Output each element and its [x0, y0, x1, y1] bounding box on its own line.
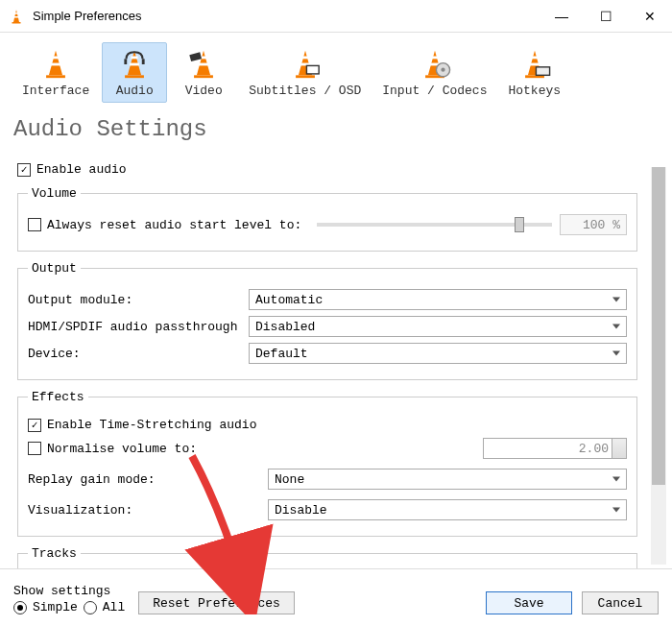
show-settings-caption: Show settings: [13, 584, 125, 598]
svg-rect-7: [46, 75, 65, 78]
vertical-scrollbar[interactable]: [651, 167, 666, 565]
svg-rect-13: [142, 59, 145, 64]
category-tabs: Interface Audio Video Subtitles / OSD In…: [0, 33, 672, 108]
viz-label: Visualization:: [28, 503, 268, 518]
tab-hotkeys[interactable]: Hotkeys: [499, 42, 569, 103]
svg-rect-1: [15, 12, 18, 14]
tab-input-codecs[interactable]: Input / Codecs: [373, 42, 495, 103]
cone-icon: [38, 47, 73, 82]
vlc-cone-icon: [8, 8, 25, 25]
start-level-value: 100 %: [560, 214, 627, 235]
tab-video[interactable]: Video: [171, 42, 236, 103]
tab-label: Input / Codecs: [382, 84, 487, 98]
titlebar: Simple Preferences — ☐ ✕: [0, 0, 672, 33]
svg-rect-9: [132, 57, 138, 60]
svg-rect-25: [431, 57, 438, 60]
tracks-legend: Tracks: [28, 546, 81, 561]
show-settings-group: Show settings Simple All: [13, 584, 125, 614]
window-title: Simple Preferences: [33, 9, 540, 23]
svg-rect-18: [190, 52, 203, 61]
output-module-select[interactable]: Automatic: [249, 289, 627, 310]
replay-gain-select[interactable]: None: [268, 469, 627, 490]
device-select[interactable]: Default: [249, 343, 627, 364]
svg-rect-3: [12, 22, 21, 24]
volume-group: Volume Always reset audio start level to…: [17, 186, 637, 252]
svg-rect-10: [130, 63, 139, 66]
tab-label: Hotkeys: [508, 84, 561, 98]
enable-audio-label: Enable audio: [36, 162, 127, 177]
start-level-slider[interactable]: [317, 223, 552, 227]
svg-rect-6: [51, 63, 60, 66]
output-group: Output Output module: Automatic HDMI/SPD…: [17, 261, 637, 380]
maximize-button[interactable]: ☐: [584, 0, 628, 33]
svg-point-29: [441, 68, 444, 72]
radio-all[interactable]: [84, 601, 97, 614]
svg-rect-20: [301, 57, 308, 60]
radio-simple[interactable]: [13, 601, 27, 614]
reset-preferences-button[interactable]: Reset Preferences: [138, 591, 295, 614]
device-label: Device:: [28, 347, 249, 361]
timestretch-checkbox[interactable]: [28, 419, 41, 432]
radio-all-label: All: [103, 600, 125, 614]
passthrough-select[interactable]: Disabled: [249, 316, 627, 337]
enable-audio-row: Enable audio: [17, 162, 659, 177]
tab-label: Subtitles / OSD: [249, 84, 361, 98]
svg-rect-23: [306, 65, 319, 74]
cone-keyboard-icon: [517, 47, 552, 82]
effects-group: Effects Enable Time-Stretching audio Nor…: [17, 390, 637, 537]
tab-label: Audio: [116, 84, 154, 98]
cone-headphones-icon: [117, 47, 152, 82]
tab-interface[interactable]: Interface: [13, 42, 98, 103]
bottom-bar: Show settings Simple All Reset Preferenc…: [0, 568, 672, 626]
tab-subtitles[interactable]: Subtitles / OSD: [240, 42, 370, 103]
save-button[interactable]: Save: [486, 591, 572, 614]
cone-disc-icon: [418, 47, 452, 82]
svg-rect-12: [125, 59, 128, 64]
svg-rect-5: [53, 57, 60, 60]
svg-marker-0: [13, 10, 19, 22]
normalise-checkbox[interactable]: [28, 442, 41, 455]
svg-rect-32: [530, 63, 540, 66]
enable-audio-checkbox[interactable]: [17, 163, 31, 177]
radio-simple-label: Simple: [33, 600, 78, 614]
passthrough-label: HDMI/SPDIF audio passthrough: [28, 320, 249, 334]
page-title: Audio Settings: [0, 108, 672, 156]
svg-rect-11: [125, 75, 144, 78]
reset-level-checkbox[interactable]: [28, 218, 41, 231]
svg-rect-34: [536, 67, 549, 76]
reset-level-label: Always reset audio start level to:: [47, 218, 301, 232]
normalise-label: Normalise volume to:: [47, 442, 260, 456]
effects-legend: Effects: [28, 390, 88, 404]
svg-rect-22: [296, 75, 315, 78]
cancel-button[interactable]: Cancel: [582, 591, 659, 614]
replay-label: Replay gain mode:: [28, 472, 268, 487]
svg-rect-31: [531, 57, 538, 60]
output-module-label: Output module:: [28, 293, 249, 307]
tab-label: Video: [185, 84, 223, 98]
cone-subtitles-icon: [288, 47, 323, 82]
output-legend: Output: [28, 261, 81, 276]
visualization-select[interactable]: Disable: [268, 499, 627, 520]
svg-rect-16: [199, 63, 208, 66]
svg-rect-2: [14, 16, 19, 18]
cone-clapper-icon: [186, 47, 221, 82]
tab-audio[interactable]: Audio: [102, 42, 167, 103]
settings-scroll-area: Enable audio Volume Always reset audio s…: [0, 158, 672, 573]
minimize-button[interactable]: —: [540, 0, 584, 33]
tab-label: Interface: [22, 84, 89, 98]
svg-rect-17: [194, 75, 213, 78]
normalise-spinbox[interactable]: 2.00: [483, 438, 627, 459]
volume-legend: Volume: [28, 186, 81, 201]
close-button[interactable]: ✕: [628, 0, 672, 33]
timestretch-label: Enable Time-Stretching audio: [47, 418, 627, 432]
